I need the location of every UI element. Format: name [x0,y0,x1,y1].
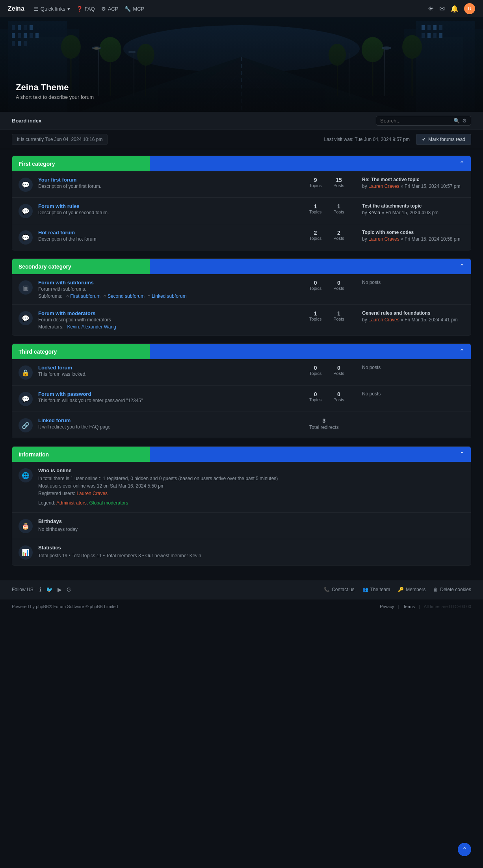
forum-last-post: Test the attachments topic by Kevin » Fr… [362,203,464,215]
avatar[interactable]: U [464,3,475,14]
question-icon: ❓ [76,6,83,12]
forum-last-post: No posts [362,280,464,285]
topic-count: 1 [309,203,321,210]
forum-name[interactable]: Forum with password [38,391,304,397]
collapse-icon: ⌃ [459,348,464,355]
acp-link[interactable]: ⚙ ACP [101,6,119,12]
current-time: It is currently Tue Jun 04, 2024 10:16 p… [12,134,108,145]
forum-name[interactable]: Hot read forum [38,230,304,236]
forum-row: 💬 Forum with password This forum will as… [12,386,471,412]
tool-icon: 🔧 [124,6,131,12]
bell-icon[interactable]: 🔔 [450,5,459,13]
info-social-icon[interactable]: ℹ [39,586,41,593]
statistics-content: Statistics Total posts 19 • Total topics… [38,545,464,560]
mail-icon[interactable]: ✉ [439,5,445,13]
forum-name[interactable]: Your first forum [38,177,304,183]
category-header-secondary[interactable]: Secondary category ⌃ [12,259,471,274]
hero-text: Zeina Theme A short text to describe you… [16,82,94,100]
last-post-author[interactable]: Lauren Craves [368,184,399,189]
last-post-title[interactable]: Test the attachments topic [362,203,464,209]
post-count: 15 [333,177,344,183]
no-posts-label: No posts [362,280,381,285]
phone-icon: 📞 [324,587,330,592]
forum-info: Your first forum Description of your fir… [38,177,304,189]
topic-count: 1 [309,310,321,317]
birthdays-text: No birthdays today [38,526,464,533]
google-icon[interactable]: G [67,586,71,593]
site-logo[interactable]: Zeina [8,5,24,12]
youtube-icon[interactable]: ▶ [58,586,62,593]
forum-desc: This forum was locked. [38,371,304,377]
mcp-link[interactable]: 🔧 MCP [124,6,144,12]
last-post-title[interactable]: General rules and foundations [362,310,464,316]
the-team-link[interactable]: 👥 The team [362,587,390,592]
terms-link[interactable]: Terms [403,604,415,609]
forum-desc: Forum description with moderators [38,317,304,323]
topic-count: 0 [309,280,321,286]
forum-name[interactable]: Linked forum [38,417,304,423]
forum-name[interactable]: Forum with moderators [38,310,304,316]
quicklinks-menu[interactable]: ☰ Quick links ▾ [34,6,70,12]
global-mods-legend[interactable]: Global moderators [89,500,128,506]
hero-banner: Zeina Theme A short text to describe you… [0,17,483,112]
forum-stats: 0 Topics 0 Posts [309,391,357,402]
category-title-information: Information [19,451,459,458]
forum-last-post: No posts [362,365,464,370]
checkmark-icon: ✔ [422,137,426,142]
post-count: 1 [333,310,344,317]
category-header-first[interactable]: First category ⌃ [12,156,471,171]
search-icon[interactable]: 🔍 [453,118,460,124]
forum-row: 💬 Forum with moderators Forum descriptio… [12,305,471,335]
sun-icon[interactable]: ☀ [428,5,434,13]
legend: Legend: Administrators, Global moderator… [38,499,464,507]
last-post-title[interactable]: Re: The most active topic [362,177,464,182]
category-title-third: Third category [19,349,459,355]
forum-info: Linked forum It will redirect you to the… [38,417,304,430]
forum-icon: 💬 [19,178,33,192]
forum-row: 💬 Forum with rules Description of your s… [12,198,471,224]
category-header-third[interactable]: Third category ⌃ [12,344,471,359]
moderator-name[interactable]: Kevin [67,324,79,330]
topic-count: 9 [309,177,321,183]
twitter-icon[interactable]: 🐦 [46,586,53,593]
search-input[interactable] [380,118,451,124]
statistics-title: Statistics [38,545,464,551]
forum-icon: 💬 [19,311,33,325]
forum-info: Forum with moderators Forum description … [38,310,304,330]
collapse-icon: ⌃ [459,160,464,167]
breadcrumb[interactable]: Board index [12,118,41,124]
registered-user-link[interactable]: Lauren Craves [76,491,108,496]
privacy-link[interactable]: Privacy [380,604,394,609]
forum-name[interactable]: Locked forum [38,365,304,371]
mark-forums-read-button[interactable]: ✔ Mark forums read [416,134,471,145]
subforum-link[interactable]: Second subforum [108,293,145,299]
forum-title: Zeina Theme [16,82,94,93]
members-link[interactable]: 🔑 Members [398,587,425,592]
forum-stats: 1 Topics 1 Posts [309,203,357,214]
faq-link[interactable]: ❓ FAQ [76,6,95,12]
board-header: Board index 🔍 ⚙ [0,112,483,130]
timezone-info: All times are UTC+03:00 [424,604,471,609]
footer-links: 📞 Contact us 👥 The team 🔑 Members 🗑 Dele… [324,587,471,592]
forum-name[interactable]: Forum with rules [38,203,304,209]
subforum-link[interactable]: Linked subforum [152,293,187,299]
search-settings-icon[interactable]: ⚙ [462,118,467,124]
last-post-author[interactable]: Lauren Craves [368,317,399,323]
subforum-link[interactable]: First subforum [70,293,100,299]
last-post-title[interactable]: Topic with some codes [362,230,464,235]
forum-info: Forum with password This forum will ask … [38,391,304,403]
forum-stats: 1 Topics 1 Posts [309,310,357,321]
info-row-statistics: 📊 Statistics Total posts 19 • Total topi… [12,539,471,565]
moderator-name[interactable]: Alexander Wang [81,324,116,330]
admins-legend[interactable]: Administrators [56,500,87,506]
forum-info: Forum with subforums Forum with subforum… [38,280,304,299]
last-post-author[interactable]: Lauren Craves [368,236,399,242]
post-count: 2 [333,230,344,236]
post-count: 0 [333,391,344,397]
contact-us-link[interactable]: 📞 Contact us [324,587,354,592]
team-icon: 👥 [362,587,368,592]
delete-cookies-link[interactable]: 🗑 Delete cookies [433,587,471,592]
category-header-information[interactable]: Information ⌃ [12,447,471,462]
forum-name[interactable]: Forum with subforums [38,280,304,286]
forum-desc: It will redirect you to the FAQ page [38,424,304,430]
